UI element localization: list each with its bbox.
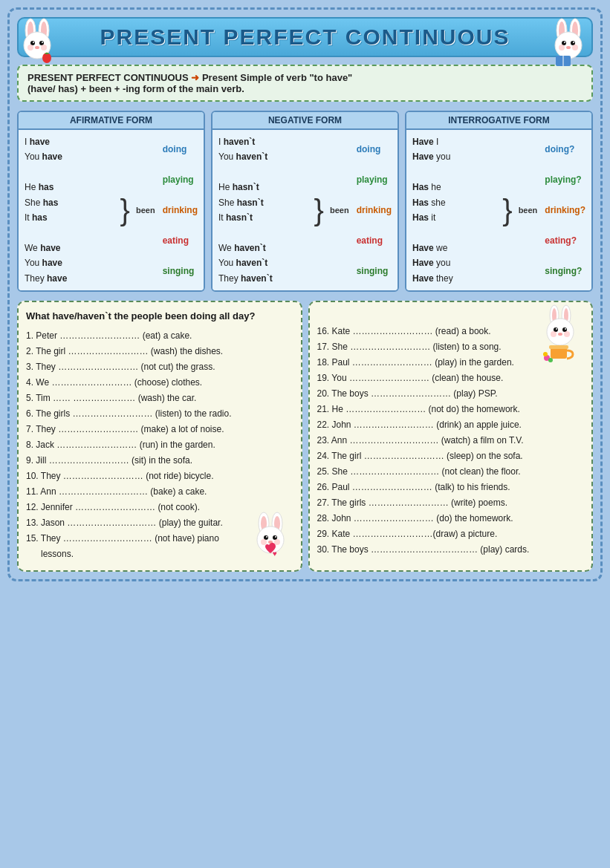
- rabbit-top-right-decoration: [548, 17, 593, 71]
- exercise-right-box: 16. Kate ……………………… (read) a book. 17. Sh…: [308, 301, 594, 572]
- svg-point-21: [573, 42, 574, 43]
- svg-point-5: [30, 41, 35, 45]
- exercise-left-box: What have/haven`t the people been doing …: [17, 301, 302, 572]
- rabbit-bottom-decoration: ♥: [249, 509, 301, 570]
- list-item: 7. They ……………………… (make) a lot of noise.: [26, 422, 293, 436]
- svg-point-23: [559, 45, 565, 50]
- verb-doing-aff: doing: [163, 144, 198, 154]
- formula-part2: (have/ has) + been + -ing form of the ma…: [27, 83, 244, 94]
- list-item: 4. We ……………………… (choose) clothes.: [26, 376, 293, 389]
- svg-point-7: [33, 42, 34, 43]
- verb-eating-int: eating?: [545, 235, 585, 246]
- svg-point-50: [551, 331, 557, 337]
- negative-header: NEGATIVE FORM: [212, 112, 398, 130]
- list-item: 9. Jill ……………………… (sit) in the sofa.: [26, 454, 293, 467]
- negative-content: I haven`t You haven`t He hasn`t She hasn…: [212, 130, 398, 290]
- verb-eating-aff: eating: [163, 235, 198, 246]
- rabbit-top-left-decoration: [17, 17, 62, 71]
- svg-point-33: [273, 535, 277, 540]
- svg-point-56: [548, 358, 553, 362]
- list-item: 29. Kate ………………………(draw) a picture.: [317, 527, 585, 541]
- verb-doing-neg: doing: [357, 144, 392, 154]
- list-item: 3. They ……………………… (not cut) the grass.: [26, 360, 293, 373]
- svg-point-35: [275, 536, 276, 538]
- svg-point-9: [35, 46, 39, 49]
- negative-form-box: NEGATIVE FORM I haven`t You haven`t He h…: [211, 111, 399, 292]
- affirmative-verbs: doing playing drinking eating singing: [160, 134, 198, 286]
- list-item: 1. Peter ……………………… (eat) a cake.: [26, 329, 293, 342]
- list-item: 10. They ……………………… (not ride) bicycle.: [26, 469, 293, 483]
- negative-pronouns: I haven`t You haven`t He hasn`t She hasn…: [218, 134, 310, 286]
- list-item: 25. She ………………………… (not clean) the floor…: [317, 465, 585, 478]
- verb-drinking-neg: drinking: [357, 205, 392, 215]
- formula-label: PRESENT PERFECT CONTINUOUS: [27, 72, 189, 83]
- formula-arrow: ➜: [191, 72, 199, 83]
- svg-point-6: [39, 41, 44, 45]
- svg-point-17: [555, 32, 582, 59]
- svg-point-47: [556, 328, 557, 330]
- svg-point-44: [547, 319, 574, 345]
- interrogative-verbs: doing? playing? drinking? eating? singin…: [542, 134, 585, 286]
- verb-singing-aff: singing: [163, 266, 198, 276]
- verb-playing-aff: playing: [163, 174, 198, 185]
- list-item: 2. The girl ……………………… (wash) the dishes.: [26, 345, 293, 358]
- formula-part1: Present Simple of verb "to have": [202, 72, 352, 83]
- verb-eating-neg: eating: [357, 235, 392, 246]
- verb-doing-int: doing?: [545, 144, 585, 154]
- svg-point-34: [266, 536, 267, 538]
- list-item: 5. Tim …… ………………… (wash) the car.: [26, 391, 293, 405]
- svg-text:♥: ♥: [273, 549, 277, 558]
- list-item: 22. John ……………………… (drink) an apple juic…: [317, 418, 585, 431]
- main-page: PRESENT PERFECT CONTINUOUS PRESENT PERFE…: [7, 7, 603, 581]
- list-item: 11. Ann ………………………… (bake) a cake.: [26, 485, 293, 498]
- svg-point-10: [27, 45, 33, 50]
- list-item: 30. The boys ……………………………… (play) cards.: [317, 543, 585, 556]
- negative-brace: }: [313, 134, 325, 286]
- svg-point-48: [565, 328, 566, 330]
- list-item: 27. The girls ……………………… (write) poems.: [317, 496, 585, 509]
- interrogative-content: Have I Have you Has he Has she Has it Ha…: [406, 130, 591, 290]
- svg-point-18: [562, 41, 566, 45]
- svg-point-46: [562, 327, 567, 332]
- list-item: 28. John ……………………… (do) the homework.: [317, 512, 585, 525]
- svg-point-19: [571, 41, 575, 45]
- svg-point-55: [543, 352, 548, 356]
- verb-singing-int: singing?: [545, 266, 585, 276]
- negative-been: been: [328, 134, 351, 286]
- svg-point-11: [41, 45, 47, 50]
- list-item: 21. He ……………………… (not do) the homework.: [317, 402, 585, 416]
- affirmative-been: been: [134, 134, 157, 286]
- interrogative-pronouns: Have I Have you Has he Has she Has it Ha…: [412, 134, 498, 286]
- affirmative-header: AFIRMATIVE FORM: [19, 112, 204, 130]
- svg-point-22: [566, 46, 571, 49]
- svg-point-38: [274, 539, 280, 545]
- svg-point-24: [572, 45, 578, 50]
- verb-playing-neg: playing: [357, 174, 392, 185]
- verb-drinking-aff: drinking: [163, 205, 198, 215]
- svg-point-45: [554, 327, 558, 332]
- negative-verbs: doing playing drinking eating singing: [354, 134, 392, 286]
- verb-playing-int: playing?: [545, 174, 585, 185]
- svg-rect-53: [549, 345, 568, 349]
- exercises-row: What have/haven`t the people been doing …: [17, 301, 593, 572]
- interrogative-form-box: INTERROGATIVE FORM Have I Have you Has h…: [405, 111, 593, 292]
- list-item: 23. Ann ………………………… (watch) a film on T.V…: [317, 434, 585, 447]
- svg-point-12: [42, 53, 51, 63]
- exercise-title: What have/haven`t the people been doing …: [26, 310, 293, 323]
- interrogative-header: INTERROGATIVE FORM: [406, 112, 591, 130]
- page-title: PRESENT PERFECT CONTINUOUS: [100, 25, 510, 50]
- svg-point-49: [558, 333, 562, 336]
- formula-box: PRESENT PERFECT CONTINUOUS ➜ Present Sim…: [17, 65, 593, 102]
- title-bar: PRESENT PERFECT CONTINUOUS: [17, 17, 593, 57]
- svg-point-32: [264, 535, 268, 540]
- affirmative-pronouns: I have You have He has She has It has We…: [25, 134, 116, 286]
- list-item: 19. You ……………………… (clean) the house.: [317, 371, 585, 385]
- list-item: 8. Jack ……………………… (run) in the garden.: [26, 438, 293, 451]
- affirmative-form-box: AFIRMATIVE FORM I have You have He has S…: [17, 111, 205, 292]
- verb-singing-neg: singing: [357, 266, 392, 276]
- list-item: 24. The girl ……………………… (sleep) on the so…: [317, 449, 585, 463]
- affirmative-brace: }: [119, 134, 132, 286]
- verb-drinking-int: drinking?: [545, 205, 585, 215]
- svg-point-37: [261, 539, 267, 545]
- interrogative-been: been: [517, 134, 539, 286]
